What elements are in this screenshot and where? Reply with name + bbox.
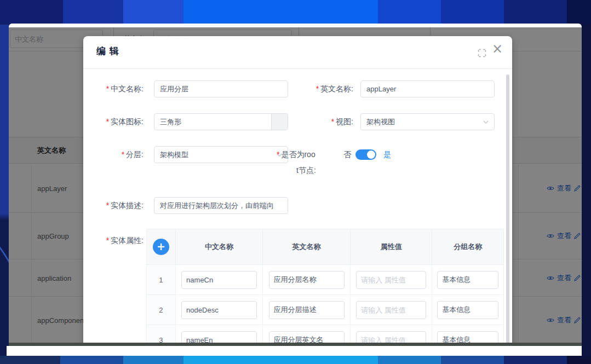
attr-value-header: 属性值	[351, 229, 433, 264]
cn-name-label-text: 中文名称:	[111, 84, 144, 93]
chevron-down-icon	[483, 119, 489, 125]
attr-en-cell	[263, 295, 351, 325]
attr-en-header: 英文名称	[263, 229, 351, 264]
attr-table: + 中文名称 英文名称 属性值 分组名称 1	[146, 229, 504, 346]
attr-cn-cell	[176, 265, 263, 294]
required-asterisk: *	[331, 117, 334, 126]
add-attribute-button[interactable]: +	[153, 239, 169, 255]
attr-group-input[interactable]	[437, 271, 498, 289]
frame-segment	[567, 0, 591, 25]
layer-label: *分层:	[96, 146, 144, 163]
entity-icon-label: *实体图标:	[96, 113, 144, 130]
right-frame-column	[582, 25, 591, 356]
frame-segment	[123, 0, 183, 25]
attr-cn-header: 中文名称	[176, 229, 263, 264]
modal-header-divider	[83, 68, 512, 69]
required-asterisk: *	[277, 150, 279, 159]
entity-icon-label-text: 实体图标:	[111, 117, 144, 126]
cn-name-label: *中文名称:	[96, 80, 144, 97]
required-asterisk: *	[106, 84, 109, 93]
frame-segment	[60, 356, 123, 364]
attr-cn-cell	[176, 295, 263, 325]
layer-select-value: 架构模型	[160, 147, 188, 163]
fullscreen-icon[interactable]	[478, 49, 486, 57]
attr-value-input[interactable]	[356, 271, 426, 289]
is-root-label-line1: *是否为roo	[277, 146, 336, 163]
entity-attrs-label: *实体属性:	[96, 232, 144, 249]
view-label: *视图:	[271, 113, 353, 130]
attr-group-cell	[432, 265, 503, 294]
frame-segment	[183, 0, 378, 25]
bottom-white-strip	[7, 346, 582, 356]
required-asterisk: *	[122, 150, 124, 159]
entity-icon-input[interactable]: 三角形	[154, 113, 288, 130]
frame-segment	[441, 356, 504, 364]
required-asterisk: *	[106, 236, 109, 245]
frame-segment	[378, 0, 441, 25]
attr-en-cell	[263, 265, 351, 294]
modal-scrollbar[interactable]	[506, 74, 509, 346]
view-label-text: 视图:	[336, 117, 353, 126]
attr-value-input[interactable]	[356, 301, 426, 319]
entity-icon-value: 三角形	[160, 114, 181, 130]
attr-en-input[interactable]	[269, 301, 345, 319]
view-select-value: 架构视图	[366, 114, 395, 130]
entity-desc-input[interactable]	[154, 197, 288, 214]
layer-select[interactable]: 架构模型	[154, 146, 288, 163]
attr-table-row: 1	[147, 264, 503, 294]
attr-table-header-row: + 中文名称 英文名称 属性值 分组名称	[147, 229, 503, 264]
attr-row-index: 1	[147, 265, 176, 294]
entity-attrs-label-text: 实体属性:	[111, 236, 144, 245]
top-frame-mosaic	[0, 0, 591, 25]
cn-name-input[interactable]	[154, 80, 288, 97]
attr-cn-input[interactable]	[181, 271, 257, 289]
attr-group-header: 分组名称	[432, 229, 503, 264]
is-root-label-line2: t节点:	[277, 166, 336, 176]
toggle-on-label: 是	[383, 146, 391, 163]
toggle-knob	[367, 151, 375, 159]
layer-label-text: 分层:	[126, 150, 144, 159]
frame-segment	[378, 356, 441, 364]
entity-desc-label-text: 实体描述:	[111, 201, 144, 210]
frame-segment	[183, 356, 378, 364]
en-name-input[interactable]	[360, 80, 495, 97]
required-asterisk: *	[316, 84, 319, 93]
attr-row-index: 2	[147, 295, 176, 325]
page-bottom-edge	[9, 343, 582, 346]
required-asterisk: *	[106, 117, 109, 126]
required-asterisk: *	[106, 201, 109, 210]
frame-segment	[0, 0, 63, 25]
frame-segment	[504, 0, 567, 25]
is-root-toggle[interactable]	[355, 149, 376, 160]
attr-table-row: 2	[147, 294, 503, 325]
edit-modal: 编辑 × *中文名称: *英文名称: *实体图标: 三角形 *视图: 架构视图	[83, 36, 512, 346]
en-name-label-text: 英文名称:	[320, 84, 353, 93]
screenshot-stage: *英文名 英文名称 appLayer	[0, 0, 591, 364]
attr-cn-input[interactable]	[181, 301, 257, 319]
attr-group-input[interactable]	[437, 301, 498, 319]
entity-desc-label: *实体描述:	[96, 197, 144, 214]
frame-segment	[0, 356, 60, 364]
is-root-label-line1-text: 是否为roo	[281, 150, 315, 159]
app-page: *英文名 英文名称 appLayer	[9, 24, 582, 346]
frame-segment	[441, 0, 504, 25]
view-select[interactable]: 架构视图	[360, 113, 495, 130]
frame-segment	[123, 356, 183, 364]
attr-value-cell	[351, 295, 433, 325]
close-icon[interactable]: ×	[492, 42, 503, 55]
attr-value-cell	[351, 265, 433, 294]
frame-segment	[567, 356, 591, 364]
attr-en-input[interactable]	[269, 271, 345, 289]
en-name-label: *英文名称:	[271, 80, 353, 97]
attr-add-column: +	[147, 229, 176, 264]
modal-title: 编辑	[96, 45, 123, 57]
frame-segment	[63, 0, 123, 25]
toggle-off-label: 否	[343, 146, 351, 163]
bottom-frame-mosaic	[0, 356, 591, 364]
attr-group-cell	[432, 295, 503, 325]
frame-segment	[504, 356, 567, 364]
